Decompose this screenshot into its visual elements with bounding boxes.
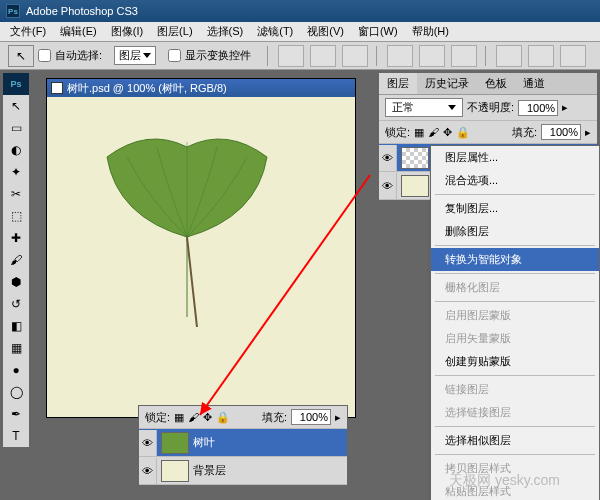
pen-tool[interactable]: ✒ — [3, 403, 29, 425]
context-menu-item: 启用图层蒙版 — [431, 304, 599, 327]
lock-transparency-icon[interactable]: ▦ — [414, 126, 424, 139]
layer-name[interactable]: 背景层 — [193, 463, 226, 478]
toolbox: Ps ↖ ▭ ◐ ✦ ✂ ⬚ ✚ 🖌 ⬢ ↺ ◧ ▦ ● ◯ ✒ T — [2, 72, 30, 448]
wand-tool[interactable]: ✦ — [3, 161, 29, 183]
context-menu-item: 栅格化图层 — [431, 276, 599, 299]
menu-help[interactable]: 帮助(H) — [406, 22, 455, 41]
layer-row[interactable]: 👁 树叶 — [139, 429, 347, 457]
show-transform-check[interactable]: 显示变换控件 — [168, 48, 251, 63]
fill-label: 填充: — [262, 410, 287, 425]
document-titlebar[interactable]: 树叶.psd @ 100% (树叶, RGB/8) — [47, 79, 355, 97]
chevron-right-icon[interactable]: ▸ — [562, 101, 568, 114]
chevron-right-icon[interactable]: ▸ — [335, 411, 341, 424]
visibility-icon[interactable]: 👁 — [379, 173, 397, 199]
dist-btn-3[interactable] — [560, 45, 586, 67]
dist-btn-1[interactable] — [496, 45, 522, 67]
heal-tool[interactable]: ✚ — [3, 227, 29, 249]
tab-history[interactable]: 历史记录 — [417, 73, 477, 94]
align-btn-3[interactable] — [342, 45, 368, 67]
ps-logo-icon[interactable]: Ps — [3, 73, 29, 95]
align-btn-2[interactable] — [310, 45, 336, 67]
lock-label: 锁定: — [385, 125, 410, 140]
context-menu-item[interactable]: 复制图层... — [431, 197, 599, 220]
context-menu-item[interactable]: 图层属性... — [431, 146, 599, 169]
dist-btn-2[interactable] — [528, 45, 554, 67]
separator — [376, 46, 377, 66]
align-btn-6[interactable] — [451, 45, 477, 67]
layer-name[interactable]: 树叶 — [193, 435, 215, 450]
lock-transparency-icon[interactable]: ▦ — [174, 411, 184, 424]
menu-file[interactable]: 文件(F) — [4, 22, 52, 41]
menu-edit[interactable]: 编辑(E) — [54, 22, 103, 41]
document-icon — [51, 82, 63, 94]
chevron-right-icon[interactable]: ▸ — [585, 126, 591, 139]
slice-tool[interactable]: ⬚ — [3, 205, 29, 227]
layer-thumbnail[interactable] — [161, 432, 189, 454]
move-tool[interactable]: ↖ — [3, 95, 29, 117]
tab-layers[interactable]: 图层 — [379, 73, 417, 94]
history-brush-tool[interactable]: ↺ — [3, 293, 29, 315]
auto-select-checkbox[interactable] — [38, 49, 51, 62]
lock-paint-icon[interactable]: 🖌 — [188, 411, 199, 423]
context-menu: 图层属性...混合选项...复制图层...删除图层转换为智能对象栅格化图层启用图… — [430, 145, 600, 500]
dodge-tool[interactable]: ◯ — [3, 381, 29, 403]
blend-row: 正常 不透明度: 100% ▸ — [379, 95, 597, 121]
move-tool-icon[interactable]: ↖ — [8, 45, 34, 67]
menu-separator — [435, 194, 595, 195]
show-transform-label: 显示变换控件 — [185, 48, 251, 63]
opacity-input[interactable]: 100% — [518, 100, 558, 116]
canvas[interactable] — [47, 97, 355, 417]
context-menu-item[interactable]: 混合选项... — [431, 169, 599, 192]
lock-all-icon[interactable]: 🔒 — [456, 126, 470, 139]
lock-position-icon[interactable]: ✥ — [443, 126, 452, 139]
fill-input[interactable]: 100% — [541, 124, 581, 140]
fill-label: 填充: — [512, 125, 537, 140]
app-title: Adobe Photoshop CS3 — [26, 5, 138, 17]
visibility-icon[interactable]: 👁 — [379, 145, 397, 171]
menu-image[interactable]: 图像(I) — [105, 22, 149, 41]
layer-row[interactable]: 👁 背景层 — [139, 457, 347, 485]
context-menu-item[interactable]: 创建剪贴蒙版 — [431, 350, 599, 373]
lock-label: 锁定: — [145, 410, 170, 425]
opacity-label: 不透明度: — [467, 100, 514, 115]
brush-tool[interactable]: 🖌 — [3, 249, 29, 271]
blend-mode-select[interactable]: 正常 — [385, 98, 463, 117]
lasso-tool[interactable]: ◐ — [3, 139, 29, 161]
marquee-tool[interactable]: ▭ — [3, 117, 29, 139]
menu-layer[interactable]: 图层(L) — [151, 22, 198, 41]
context-menu-item[interactable]: 选择相似图层 — [431, 429, 599, 452]
layer-thumbnail[interactable] — [401, 147, 429, 169]
align-btn-1[interactable] — [278, 45, 304, 67]
context-menu-item[interactable]: 转换为智能对象 — [431, 248, 599, 271]
target-select[interactable]: 图层 — [114, 46, 156, 65]
layer-thumbnail[interactable] — [161, 460, 189, 482]
visibility-icon[interactable]: 👁 — [139, 430, 157, 456]
menu-filter[interactable]: 滤镜(T) — [251, 22, 299, 41]
target-label: 图层 — [119, 48, 141, 63]
lock-all-icon[interactable]: 🔒 — [216, 411, 230, 424]
leaf-image — [87, 117, 287, 327]
align-btn-5[interactable] — [419, 45, 445, 67]
type-tool[interactable]: T — [3, 425, 29, 447]
stamp-tool[interactable]: ⬢ — [3, 271, 29, 293]
titlebar: Ps Adobe Photoshop CS3 — [0, 0, 600, 22]
context-menu-item[interactable]: 删除图层 — [431, 220, 599, 243]
lock-paint-icon[interactable]: 🖌 — [428, 126, 439, 138]
menu-select[interactable]: 选择(S) — [201, 22, 250, 41]
layer-thumbnail[interactable] — [401, 175, 429, 197]
menu-view[interactable]: 视图(V) — [301, 22, 350, 41]
blur-tool[interactable]: ● — [3, 359, 29, 381]
lock-position-icon[interactable]: ✥ — [203, 411, 212, 424]
visibility-icon[interactable]: 👁 — [139, 458, 157, 484]
menu-separator — [435, 375, 595, 376]
crop-tool[interactable]: ✂ — [3, 183, 29, 205]
show-transform-checkbox[interactable] — [168, 49, 181, 62]
tab-swatches[interactable]: 色板 — [477, 73, 515, 94]
auto-select-check[interactable]: 自动选择: — [38, 48, 102, 63]
tab-channels[interactable]: 通道 — [515, 73, 553, 94]
menu-window[interactable]: 窗口(W) — [352, 22, 404, 41]
gradient-tool[interactable]: ▦ — [3, 337, 29, 359]
fill-input[interactable]: 100% — [291, 409, 331, 425]
align-btn-4[interactable] — [387, 45, 413, 67]
eraser-tool[interactable]: ◧ — [3, 315, 29, 337]
